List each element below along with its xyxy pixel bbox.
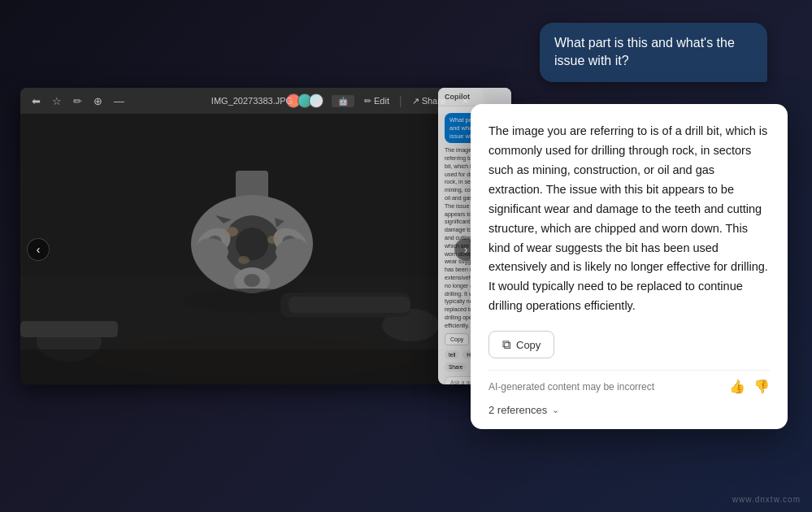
titlebar-left-icons: ⬅ ☆ ✏ ⊕ — bbox=[28, 93, 128, 109]
drill-image bbox=[20, 114, 484, 384]
references-label: 2 references bbox=[489, 404, 547, 416]
feedback-icons: 👍 👎 bbox=[729, 379, 770, 394]
svg-rect-3 bbox=[20, 321, 118, 337]
share-icon: ↗ bbox=[412, 96, 419, 106]
svg-point-20 bbox=[238, 256, 250, 264]
feedback-row: AI-generated content may be incorrect 👍 … bbox=[489, 370, 770, 394]
footer-btn-share[interactable]: Share bbox=[445, 362, 467, 371]
copilot-large-card: The image you are referring to is of a d… bbox=[471, 104, 788, 429]
photo-viewer-window: ⬅ ☆ ✏ ⊕ — IMG_20273383.JPG 🤖 ✏ Edit | ↗ bbox=[20, 88, 484, 384]
copy-button[interactable]: ⧉ Copy bbox=[489, 331, 554, 358]
references-row[interactable]: 2 references ⌄ bbox=[489, 401, 770, 416]
copilot-response-text: The image you are referring to is of a d… bbox=[489, 122, 770, 316]
svg-point-24 bbox=[89, 337, 415, 378]
footer-btn-tell[interactable]: tell bbox=[445, 350, 459, 359]
chevron-down-icon: ⌄ bbox=[552, 405, 559, 415]
filename-label: IMG_20273383.JPG bbox=[211, 96, 293, 106]
copilot-btn[interactable]: 🤖 bbox=[332, 95, 354, 107]
ai-disclaimer: AI-generated content may be incorrect bbox=[489, 381, 654, 393]
svg-point-14 bbox=[244, 274, 260, 287]
copilot-small-copy[interactable]: Copy bbox=[445, 333, 469, 346]
svg-point-19 bbox=[267, 236, 277, 244]
left-chevron-icon: ‹ bbox=[37, 243, 41, 256]
star-icon[interactable]: ☆ bbox=[49, 93, 65, 109]
thumbs-down-icon[interactable]: 👎 bbox=[753, 379, 770, 394]
menu-icon[interactable]: — bbox=[111, 93, 128, 109]
svg-point-8 bbox=[236, 228, 268, 260]
watermark: www.dnxtw.com bbox=[732, 495, 801, 504]
prev-arrow[interactable]: ‹ bbox=[27, 238, 50, 261]
back-icon[interactable]: ⬅ bbox=[28, 93, 44, 109]
right-chevron-icon: › bbox=[464, 243, 468, 256]
titlebar: ⬅ ☆ ✏ ⊕ — IMG_20273383.JPG 🤖 ✏ Edit | ↗ bbox=[20, 88, 484, 114]
copy-icon: ⧉ bbox=[502, 337, 511, 352]
edit-icon: ✏ bbox=[364, 96, 371, 106]
thumbs-up-icon[interactable]: 👍 bbox=[729, 379, 745, 394]
photo-content: ‹ › bbox=[20, 114, 484, 384]
draw-icon[interactable]: ✏ bbox=[70, 93, 85, 109]
user-chat-bubble: What part is this and what's the issue w… bbox=[540, 23, 767, 82]
edit-button[interactable]: ✏ Edit bbox=[358, 94, 396, 108]
svg-point-18 bbox=[225, 227, 238, 236]
svg-rect-26 bbox=[289, 297, 410, 313]
crop-icon[interactable]: ⊕ bbox=[90, 93, 106, 109]
